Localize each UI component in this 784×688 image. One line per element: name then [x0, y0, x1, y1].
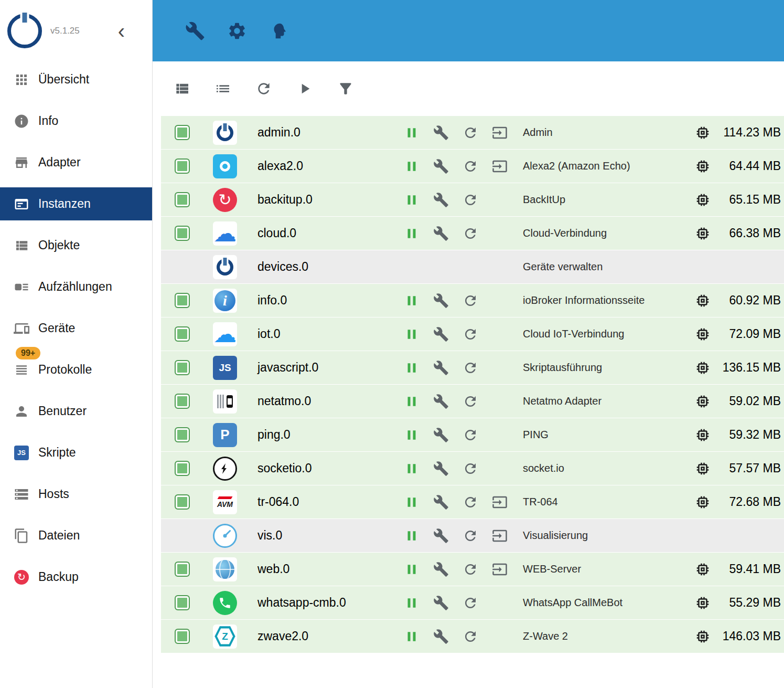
ping-adapter-icon: P [213, 423, 237, 447]
pause-button[interactable] [397, 188, 426, 211]
open-instance-button[interactable] [485, 155, 514, 178]
wrench-icon[interactable] [185, 21, 205, 41]
pause-button[interactable] [397, 625, 426, 648]
sidebar-item-benutzer[interactable]: Benutzer [0, 395, 152, 428]
settings-button[interactable] [426, 356, 456, 379]
instance-enabled-checkbox[interactable] [175, 158, 190, 174]
sidebar-item-aufz-hlungen[interactable]: Aufzählungen [0, 270, 152, 303]
sidebar-item-info[interactable]: Info [0, 104, 152, 137]
zwave-adapter-icon: Z [213, 625, 237, 649]
bulleted-list-icon[interactable] [214, 80, 231, 97]
settings-button[interactable] [426, 591, 456, 615]
view-list-icon[interactable] [174, 80, 190, 97]
open-instance-button[interactable] [485, 491, 514, 514]
restart-button[interactable] [456, 424, 485, 447]
restart-button[interactable] [456, 188, 485, 211]
pause-button[interactable] [397, 390, 426, 413]
sidebar-item-protokolle[interactable]: Protokolle 99+ [0, 353, 152, 386]
sidebar-item-adapter[interactable]: Adapter [0, 146, 152, 179]
pause-button[interactable] [397, 591, 426, 615]
settings-button[interactable] [426, 121, 456, 144]
pause-button[interactable] [397, 524, 426, 547]
instance-enabled-checkbox[interactable] [175, 562, 190, 577]
sidebar-item-ger-te[interactable]: Geräte [0, 312, 152, 345]
instance-enabled-checkbox[interactable] [175, 226, 190, 241]
pause-button[interactable] [397, 323, 426, 346]
memory-icon [695, 494, 711, 510]
restart-button[interactable] [456, 121, 485, 144]
instance-row: ☁ cloud.0 Cloud-Verbindung 66.38 MB [161, 217, 784, 250]
settings-button[interactable] [426, 457, 456, 480]
restart-button[interactable] [456, 390, 485, 413]
instance-row: i info.0 ioBroker Informationsseite 60.9… [161, 284, 784, 317]
restart-button[interactable] [456, 558, 485, 581]
settings-button[interactable] [426, 524, 456, 547]
restart-button[interactable] [456, 155, 485, 178]
settings-button[interactable] [426, 558, 456, 581]
settings-button[interactable] [426, 222, 456, 245]
system-settings-icon[interactable] [227, 21, 247, 41]
expert-mode-icon[interactable] [269, 21, 289, 41]
pause-button[interactable] [397, 155, 426, 178]
instance-enabled-checkbox[interactable] [175, 394, 190, 409]
open-instance-button[interactable] [485, 121, 514, 144]
restart-button[interactable] [456, 356, 485, 379]
open-instance-button[interactable] [485, 558, 514, 581]
sidebar-item-backup[interactable]: ↻ Backup [0, 560, 152, 594]
logs-icon [14, 362, 29, 378]
settings-button[interactable] [426, 491, 456, 514]
instance-enabled-checkbox[interactable] [175, 427, 190, 442]
settings-button[interactable] [426, 390, 456, 413]
restart-button[interactable] [456, 524, 485, 547]
instance-enabled-checkbox[interactable] [175, 125, 190, 140]
instance-name: tr-064.0 [247, 495, 389, 509]
play-icon[interactable] [296, 80, 313, 97]
instance-enabled-checkbox[interactable] [175, 461, 190, 476]
settings-button[interactable] [426, 424, 456, 447]
settings-button[interactable] [426, 323, 456, 346]
hosts-icon [14, 486, 29, 502]
open-instance-button[interactable] [485, 524, 514, 547]
pause-button[interactable] [397, 424, 426, 447]
instance-title: PING [521, 429, 695, 441]
sidebar-item-objekte[interactable]: Objekte [0, 229, 152, 262]
vis-adapter-icon [213, 524, 237, 548]
settings-button[interactable] [426, 155, 456, 178]
instance-enabled-checkbox[interactable] [175, 192, 190, 207]
sidebar-item-skripte[interactable]: JS Skripte [0, 436, 152, 469]
pause-button[interactable] [397, 356, 426, 379]
restart-button[interactable] [456, 222, 485, 245]
restart-button[interactable] [456, 491, 485, 514]
pause-button[interactable] [397, 289, 426, 312]
memory-value: 55.29 MB [719, 596, 781, 610]
pause-button[interactable] [397, 121, 426, 144]
memory-icon [695, 293, 711, 309]
restart-button[interactable] [456, 591, 485, 615]
instance-enabled-checkbox[interactable] [175, 595, 190, 610]
settings-button[interactable] [426, 625, 456, 648]
memory-value: 136.15 MB [719, 361, 781, 375]
instance-enabled-checkbox[interactable] [175, 293, 190, 308]
sidebar-item-hosts[interactable]: Hosts [0, 478, 152, 511]
pause-button[interactable] [397, 457, 426, 480]
pause-button[interactable] [397, 491, 426, 514]
restart-button[interactable] [456, 323, 485, 346]
files-icon [14, 528, 29, 544]
sidebar-item-dateien[interactable]: Dateien [0, 519, 152, 552]
sidebar-item-instanzen[interactable]: Instanzen [0, 187, 152, 220]
pause-button[interactable] [397, 222, 426, 245]
restart-button[interactable] [456, 289, 485, 312]
reload-icon[interactable] [255, 80, 272, 97]
instance-enabled-checkbox[interactable] [175, 494, 190, 510]
restart-button[interactable] [456, 457, 485, 480]
instance-enabled-checkbox[interactable] [175, 326, 190, 342]
instance-enabled-checkbox[interactable] [175, 360, 190, 375]
pause-button[interactable] [397, 558, 426, 581]
instance-enabled-checkbox[interactable] [175, 629, 190, 644]
settings-button[interactable] [426, 188, 456, 211]
restart-button[interactable] [456, 625, 485, 648]
sidebar-item--bersicht[interactable]: Übersicht [0, 63, 152, 96]
sidebar-collapse-button[interactable]: ‹ [118, 20, 125, 41]
settings-button[interactable] [426, 289, 456, 312]
filter-icon[interactable] [337, 80, 354, 97]
